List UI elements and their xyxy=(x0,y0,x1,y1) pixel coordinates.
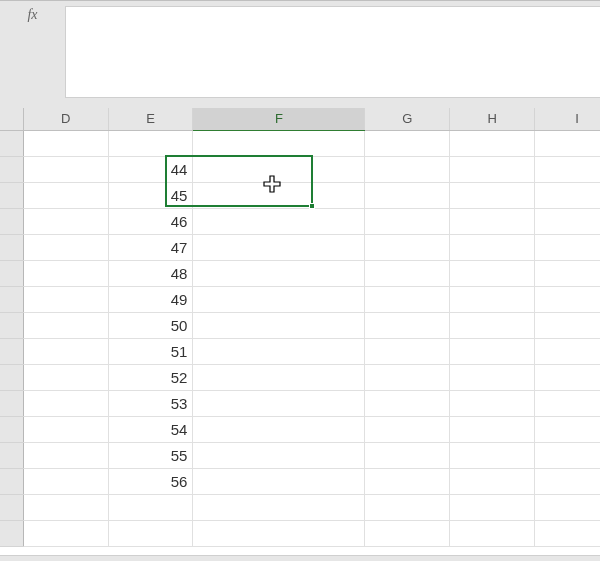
cell[interactable]: 51 xyxy=(108,338,193,364)
cell[interactable] xyxy=(365,468,450,494)
cell[interactable] xyxy=(193,286,365,312)
cell[interactable] xyxy=(535,364,600,390)
cell[interactable] xyxy=(193,130,365,156)
cell[interactable] xyxy=(23,390,108,416)
cell[interactable] xyxy=(23,156,108,182)
cell[interactable] xyxy=(193,312,365,338)
row-header[interactable] xyxy=(0,442,23,468)
cell[interactable] xyxy=(193,182,365,208)
spreadsheet-grid[interactable]: DEFGHI 44454647484950515253545556 xyxy=(0,108,600,561)
row-header[interactable] xyxy=(0,260,23,286)
cell[interactable] xyxy=(365,260,450,286)
cell[interactable] xyxy=(365,234,450,260)
cell[interactable] xyxy=(450,338,535,364)
cell[interactable] xyxy=(193,260,365,286)
row-header[interactable] xyxy=(0,390,23,416)
column-header-i[interactable]: I xyxy=(535,108,600,130)
cell[interactable] xyxy=(535,312,600,338)
cell[interactable] xyxy=(365,286,450,312)
cell[interactable] xyxy=(365,156,450,182)
cell[interactable] xyxy=(450,468,535,494)
row-header[interactable] xyxy=(0,520,23,546)
row-header[interactable] xyxy=(0,468,23,494)
cell[interactable] xyxy=(365,416,450,442)
cell[interactable]: 45 xyxy=(108,182,193,208)
row-header[interactable] xyxy=(0,286,23,312)
cell[interactable] xyxy=(365,208,450,234)
cell[interactable] xyxy=(535,520,600,546)
cell[interactable] xyxy=(23,468,108,494)
cell[interactable] xyxy=(450,260,535,286)
cell[interactable] xyxy=(23,520,108,546)
cell[interactable] xyxy=(450,234,535,260)
cell[interactable] xyxy=(108,130,193,156)
cell[interactable]: 49 xyxy=(108,286,193,312)
row-header[interactable] xyxy=(0,494,23,520)
cell[interactable] xyxy=(450,364,535,390)
cell[interactable] xyxy=(365,182,450,208)
cell[interactable] xyxy=(450,416,535,442)
cell[interactable] xyxy=(450,130,535,156)
cell[interactable] xyxy=(535,390,600,416)
cell[interactable] xyxy=(193,520,365,546)
cell[interactable] xyxy=(450,286,535,312)
cell[interactable] xyxy=(535,286,600,312)
cell[interactable]: 50 xyxy=(108,312,193,338)
cell[interactable] xyxy=(23,494,108,520)
column-header-h[interactable]: H xyxy=(450,108,535,130)
row-header[interactable] xyxy=(0,208,23,234)
cell[interactable] xyxy=(365,130,450,156)
select-all-corner[interactable] xyxy=(0,108,23,130)
cell[interactable] xyxy=(365,364,450,390)
fx-icon[interactable]: fx xyxy=(0,6,65,26)
row-header[interactable] xyxy=(0,312,23,338)
cell[interactable] xyxy=(450,208,535,234)
cell[interactable] xyxy=(193,442,365,468)
cell[interactable] xyxy=(108,520,193,546)
cell[interactable]: 55 xyxy=(108,442,193,468)
row-header[interactable] xyxy=(0,130,23,156)
column-header-d[interactable]: D xyxy=(23,108,108,130)
cell[interactable] xyxy=(23,208,108,234)
cell[interactable] xyxy=(535,130,600,156)
cell[interactable] xyxy=(450,312,535,338)
cell[interactable] xyxy=(193,208,365,234)
cell[interactable] xyxy=(23,442,108,468)
row-header[interactable] xyxy=(0,338,23,364)
cell[interactable] xyxy=(450,390,535,416)
cell[interactable] xyxy=(193,494,365,520)
row-header[interactable] xyxy=(0,156,23,182)
cell[interactable] xyxy=(193,468,365,494)
row-header[interactable] xyxy=(0,234,23,260)
cell[interactable] xyxy=(535,416,600,442)
cell[interactable] xyxy=(193,156,365,182)
cell[interactable] xyxy=(23,130,108,156)
cell[interactable]: 48 xyxy=(108,260,193,286)
cell[interactable] xyxy=(450,494,535,520)
cell[interactable] xyxy=(535,338,600,364)
cell[interactable] xyxy=(535,468,600,494)
row-header[interactable] xyxy=(0,182,23,208)
cell[interactable] xyxy=(535,156,600,182)
cell[interactable] xyxy=(535,494,600,520)
cell[interactable] xyxy=(535,182,600,208)
cell[interactable]: 44 xyxy=(108,156,193,182)
cell[interactable] xyxy=(23,416,108,442)
cell[interactable]: 52 xyxy=(108,364,193,390)
column-header-g[interactable]: G xyxy=(365,108,450,130)
cell[interactable] xyxy=(193,390,365,416)
cell[interactable] xyxy=(193,338,365,364)
cell[interactable] xyxy=(535,260,600,286)
cell[interactable]: 54 xyxy=(108,416,193,442)
column-header-e[interactable]: E xyxy=(108,108,193,130)
cell[interactable] xyxy=(23,234,108,260)
cell[interactable] xyxy=(23,286,108,312)
cell[interactable] xyxy=(535,234,600,260)
cell[interactable] xyxy=(450,182,535,208)
cell[interactable]: 46 xyxy=(108,208,193,234)
row-header[interactable] xyxy=(0,416,23,442)
cell[interactable] xyxy=(23,338,108,364)
cell[interactable] xyxy=(108,494,193,520)
cell[interactable] xyxy=(450,520,535,546)
cell[interactable] xyxy=(193,416,365,442)
